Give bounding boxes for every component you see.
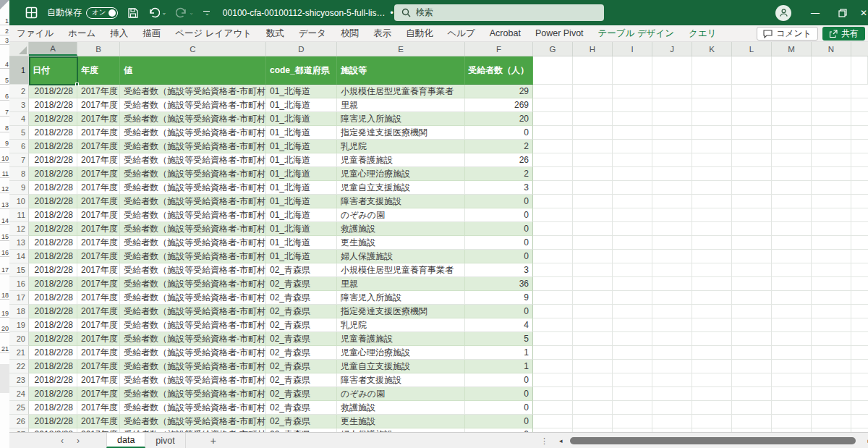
cell-D4[interactable]: 01_北海道 [266,112,337,126]
empty-cell[interactable] [692,332,732,346]
cell-F18[interactable]: 0 [465,305,533,318]
ribbon-tab-ヘルプ[interactable]: ヘルプ [440,25,482,41]
cell-A26[interactable]: 2018/2/28 [29,415,77,428]
cell-F13[interactable]: 0 [465,236,533,250]
cell-A25[interactable]: 2018/2/28 [29,401,77,415]
cell-D19[interactable]: 02_青森県 [266,318,337,332]
cell-B2[interactable]: 2017年度 [77,85,120,98]
empty-cell[interactable] [613,208,652,222]
cell-C10[interactable]: 受給者数（施設等受給資格者-市町村分） [120,195,266,208]
empty-cell[interactable] [613,360,652,373]
empty-cell[interactable] [692,236,732,250]
empty-cell[interactable] [573,360,613,373]
empty-cell[interactable] [692,153,732,167]
cell-C3[interactable]: 受給者数（施設等受給資格者-市町村分） [120,98,266,112]
empty-cell[interactable] [573,291,613,305]
tabbar-grip-icon[interactable]: ⋮ [540,436,548,446]
empty-cell[interactable] [533,222,573,236]
empty-cell[interactable] [732,181,772,195]
cell-F25[interactable]: 0 [465,401,533,415]
empty-cell[interactable] [613,153,652,167]
empty-cell[interactable] [573,263,613,277]
cell-C16[interactable]: 受給者数（施設等受給資格者-市町村分） [120,277,266,291]
select-all-corner[interactable] [9,42,29,56]
empty-cell[interactable] [812,56,851,85]
ribbon-tab-クエリ[interactable]: クエリ [681,25,723,41]
cell-D2[interactable]: 01_北海道 [266,85,337,98]
empty-cell[interactable] [812,291,851,305]
empty-cell[interactable] [613,387,652,401]
cell-F10[interactable]: 0 [465,195,533,208]
cell-B8[interactable]: 2017年度 [77,167,120,181]
empty-cell[interactable] [573,415,613,428]
empty-cell[interactable] [772,98,812,112]
empty-cell[interactable] [573,153,613,167]
cell-E4[interactable]: 障害児入所施設 [337,112,465,126]
cell-B10[interactable]: 2017年度 [77,195,120,208]
empty-cell[interactable] [652,415,692,428]
cell-E25[interactable]: 救護施設 [337,401,465,415]
row-header-4[interactable]: 4 [9,112,29,126]
cell-B15[interactable]: 2017年度 [77,263,120,277]
column-header-A[interactable]: A [29,42,77,56]
search-input[interactable]: 検索 [394,4,604,21]
empty-cell[interactable] [573,373,613,387]
cell-C23[interactable]: 受給者数（施設等受給資格者-市町村分） [120,373,266,387]
column-header-H[interactable]: H [573,42,613,56]
empty-cell[interactable] [692,208,732,222]
column-header-F[interactable]: F [465,42,533,56]
empty-cell[interactable] [812,195,851,208]
cell-D3[interactable]: 01_北海道 [266,98,337,112]
header-cell-E1[interactable]: 施設等 [337,56,465,85]
cell-E13[interactable]: 更生施設 [337,236,465,250]
cell-B23[interactable]: 2017年度 [77,373,120,387]
cell-D8[interactable]: 01_北海道 [266,167,337,181]
empty-cell[interactable] [812,250,851,263]
cell-D11[interactable]: 01_北海道 [266,208,337,222]
empty-cell[interactable] [812,181,851,195]
empty-cell[interactable] [812,277,851,291]
empty-cell[interactable] [772,360,812,373]
empty-cell[interactable] [533,360,573,373]
empty-cell[interactable] [573,250,613,263]
empty-cell[interactable] [692,112,732,126]
cell-C14[interactable]: 受給者数（施設等受給資格者-市町村分） [120,250,266,263]
cell-F22[interactable]: 1 [465,360,533,373]
cell-F15[interactable]: 3 [465,263,533,277]
row-header-8[interactable]: 8 [9,167,29,181]
empty-cell[interactable] [692,360,732,373]
empty-cell[interactable] [772,291,812,305]
cell-A22[interactable]: 2018/2/28 [29,360,77,373]
row-header-10[interactable]: 10 [9,195,29,208]
empty-cell[interactable] [851,153,868,167]
header-cell-D1[interactable]: code_都道府県 [266,56,337,85]
empty-cell[interactable] [533,236,573,250]
empty-cell[interactable] [851,250,868,263]
undo-button[interactable]: ⌄ [148,7,166,18]
empty-cell[interactable] [533,415,573,428]
empty-cell[interactable] [812,98,851,112]
empty-cell[interactable] [812,236,851,250]
cell-F19[interactable]: 4 [465,318,533,332]
column-header-B[interactable]: B [77,42,120,56]
cell-A19[interactable]: 2018/2/28 [29,318,77,332]
empty-cell[interactable] [812,332,851,346]
empty-cell[interactable] [652,167,692,181]
empty-cell[interactable] [812,112,851,126]
cell-E19[interactable]: 乳児院 [337,318,465,332]
cell-A6[interactable]: 2018/2/28 [29,140,77,153]
empty-cell[interactable] [772,346,812,360]
cell-A9[interactable]: 2018/2/28 [29,181,77,195]
empty-cell[interactable] [533,263,573,277]
column-header-L[interactable]: L [732,42,772,56]
cell-E20[interactable]: 児童養護施設 [337,332,465,346]
cell-B13[interactable]: 2017年度 [77,236,120,250]
column-header-M[interactable]: M [772,42,812,56]
empty-cell[interactable] [533,167,573,181]
row-header-13[interactable]: 13 [9,236,29,250]
cell-E24[interactable]: のぞみの園 [337,387,465,401]
cell-C4[interactable]: 受給者数（施設等受給資格者-市町村分） [120,112,266,126]
empty-cell[interactable] [613,56,652,85]
cell-D14[interactable]: 01_北海道 [266,250,337,263]
empty-cell[interactable] [851,387,868,401]
